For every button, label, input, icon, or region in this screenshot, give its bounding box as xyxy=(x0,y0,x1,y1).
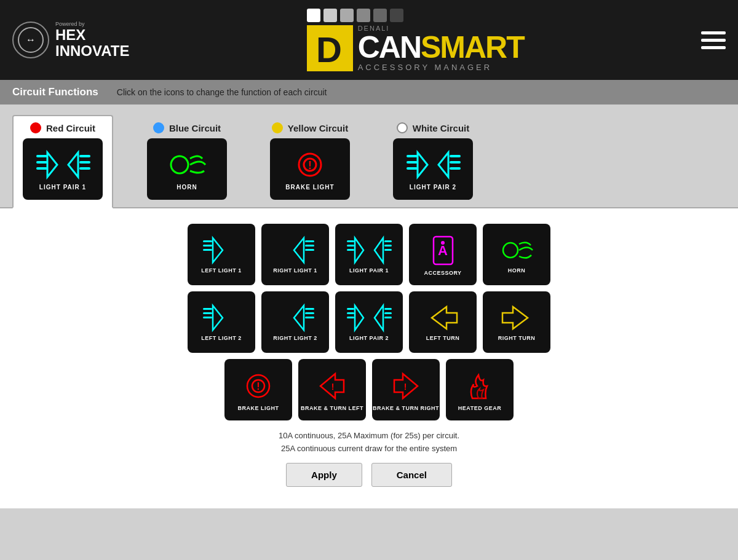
circuit-functions-bar: Circuit Functions Click on the icons to … xyxy=(0,80,738,105)
left-turn-label: LEFT TURN xyxy=(426,335,460,341)
func-brake-turn-right[interactable]: ! BRAKE & TURN RIGHT xyxy=(372,359,440,420)
func-brake-turn-left[interactable]: ! BRAKE & TURN LEFT xyxy=(298,359,366,420)
func-right-light-1[interactable]: RIGHT LIGHT 1 xyxy=(261,224,329,285)
svg-rect-52 xyxy=(347,308,354,310)
red-circuit-icon-svg xyxy=(35,148,90,181)
func-left-light-2[interactable]: LEFT LIGHT 2 xyxy=(188,291,255,353)
white-dot xyxy=(397,122,408,133)
func-right-light-2[interactable]: RIGHT LIGHT 2 xyxy=(261,291,329,353)
svg-text:!: ! xyxy=(308,159,312,172)
icon-row-2: LEFT LIGHT 2 RIGHT LIGHT 2 xyxy=(188,291,550,353)
cansmart-row: CAN SMART xyxy=(358,32,524,63)
left-light-2-icon xyxy=(202,303,242,333)
svg-text:!: ! xyxy=(256,381,260,392)
svg-rect-46 xyxy=(203,317,212,318)
brake-turn-left-icon: ! xyxy=(309,369,355,403)
light-pair-1-label: LIGHT PAIR 1 xyxy=(349,267,389,274)
blue-function-label: HORN xyxy=(177,184,197,191)
svg-marker-28 xyxy=(294,238,304,262)
light-pair-2-label: LIGHT PAIR 2 xyxy=(349,335,389,341)
brake-turn-right-label: BRAKE & TURN RIGHT xyxy=(373,405,439,411)
hamburger-line-3 xyxy=(701,46,726,49)
sq5 xyxy=(373,9,387,22)
selector-area: LEFT LIGHT 1 RIGHT LIGHT 1 xyxy=(0,207,738,508)
notice-line-1: 10A continuous, 25A Maximum (for 25s) pe… xyxy=(12,430,726,443)
icon-row-1: LEFT LIGHT 1 RIGHT LIGHT 1 xyxy=(188,224,550,285)
yellow-indicator: Yellow Circuit xyxy=(272,122,348,133)
circuit-tab-white[interactable]: White Circuit LIGHT PAIR 2 xyxy=(384,116,482,207)
svg-marker-36 xyxy=(375,238,383,262)
notice-text: 10A continuous, 25A Maximum (for 25s) pe… xyxy=(12,430,726,455)
svg-rect-33 xyxy=(347,245,354,246)
right-light-2-label: RIGHT LIGHT 2 xyxy=(273,335,317,341)
red-function-label: LIGHT PAIR 1 xyxy=(39,184,86,191)
svg-rect-51 xyxy=(305,317,314,318)
svg-rect-30 xyxy=(305,245,314,246)
svg-point-42 xyxy=(441,241,445,245)
red-indicator: Red Circuit xyxy=(30,122,95,133)
svg-rect-18 xyxy=(407,167,418,170)
svg-rect-11 xyxy=(79,167,90,170)
func-brake-light[interactable]: ! BRAKE LIGHT xyxy=(224,359,292,420)
acc-manager: ACCESSORY MANAGER xyxy=(358,63,524,72)
func-light-pair-2[interactable]: LIGHT PAIR 2 xyxy=(335,291,403,353)
func-right-turn[interactable]: RIGHT TURN xyxy=(483,291,550,353)
hamburger-menu[interactable] xyxy=(701,31,726,49)
left-turn-icon xyxy=(423,303,463,333)
svg-rect-31 xyxy=(305,249,314,251)
svg-marker-61 xyxy=(502,307,528,329)
func-horn[interactable]: HORN xyxy=(483,224,550,285)
svg-rect-38 xyxy=(384,245,392,246)
svg-rect-50 xyxy=(305,312,314,314)
right-light-1-icon xyxy=(276,235,315,265)
func-accessory[interactable]: A ACCESSORY xyxy=(409,224,477,285)
blue-indicator: Blue Circuit xyxy=(153,122,221,133)
svg-text:D: D xyxy=(316,30,342,68)
yellow-function-label: BRAKE LIGHT xyxy=(285,184,334,191)
red-circuit-icon-box: LIGHT PAIR 1 xyxy=(23,138,103,200)
left-light-1-label: LEFT LIGHT 1 xyxy=(201,267,242,274)
svg-marker-55 xyxy=(355,306,363,330)
blue-dot xyxy=(153,122,164,133)
brake-light-label: BRAKE LIGHT xyxy=(238,405,279,411)
svg-rect-25 xyxy=(203,245,212,246)
func-left-light-1[interactable]: LEFT LIGHT 1 xyxy=(188,224,255,285)
light-pair-2-icon xyxy=(346,303,392,333)
svg-marker-48 xyxy=(294,306,304,330)
blue-circuit-icon-box: HORN xyxy=(147,138,227,200)
svg-text:A: A xyxy=(438,243,448,258)
notice-line-2: 25A continuous current draw for the enti… xyxy=(12,443,726,455)
apply-button[interactable]: Apply xyxy=(286,463,362,487)
brake-turn-left-label: BRAKE & TURN LEFT xyxy=(301,405,363,411)
svg-rect-57 xyxy=(384,308,392,310)
svg-rect-39 xyxy=(384,249,392,251)
func-light-pair-1[interactable]: LIGHT PAIR 1 xyxy=(335,224,403,285)
icon-grid: LEFT LIGHT 1 RIGHT LIGHT 1 xyxy=(12,224,726,420)
circuit-functions-hint: Click on the icons to change the functio… xyxy=(117,87,327,97)
func-left-turn[interactable]: LEFT TURN xyxy=(409,291,477,353)
circuit-tab-yellow[interactable]: Yellow Circuit ! BRAKE LIGHT xyxy=(261,116,359,207)
svg-rect-34 xyxy=(347,249,354,251)
cancel-button[interactable]: Cancel xyxy=(371,463,452,487)
func-heated-gear[interactable]: HEATED GEAR xyxy=(446,359,514,420)
circuit-tab-red[interactable]: Red Circuit LIGHT PAIR 1 xyxy=(12,115,113,208)
left-light-1-icon xyxy=(202,235,242,265)
hex-text: Powered by HEXINNOVATE xyxy=(55,21,129,60)
white-circuit-icon-svg xyxy=(405,148,461,181)
white-circuit-name: White Circuit xyxy=(413,123,470,133)
svg-rect-54 xyxy=(347,317,354,318)
red-dot xyxy=(30,122,41,133)
svg-rect-21 xyxy=(450,155,461,157)
svg-text:↔: ↔ xyxy=(26,34,36,45)
yellow-dot xyxy=(272,122,283,133)
right-light-1-label: RIGHT LIGHT 1 xyxy=(273,267,317,274)
icon-row-3: ! BRAKE LIGHT ! BRAKE & TURN LEFT xyxy=(224,359,514,420)
svg-rect-5 xyxy=(36,161,47,164)
svg-point-43 xyxy=(503,243,518,258)
svg-rect-23 xyxy=(450,167,461,170)
svg-rect-44 xyxy=(203,308,212,310)
sq1 xyxy=(307,9,320,22)
brake-turn-right-icon: ! xyxy=(383,369,429,403)
left-light-2-label: LEFT LIGHT 2 xyxy=(201,335,242,341)
circuit-tab-blue[interactable]: Blue Circuit HORN xyxy=(138,116,236,207)
